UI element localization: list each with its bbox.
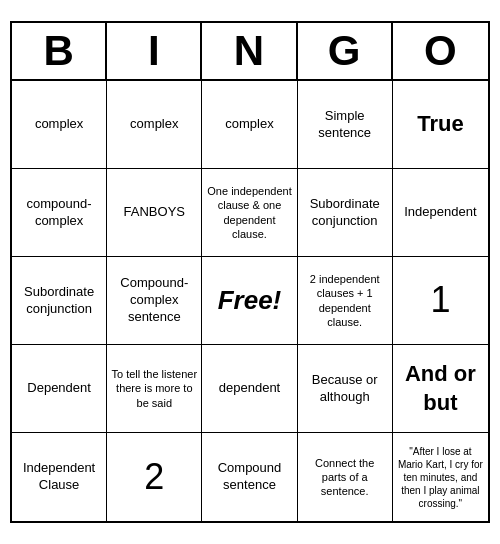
bingo-cell: complex xyxy=(107,81,202,169)
bingo-cell: 2 xyxy=(107,433,202,521)
bingo-cell: Because or although xyxy=(298,345,393,433)
header-letter: G xyxy=(298,23,393,79)
bingo-cell: dependent xyxy=(202,345,297,433)
bingo-cell: Subordinate conjunction xyxy=(12,257,107,345)
bingo-header: BINGO xyxy=(12,23,488,81)
bingo-cell: "After I lose at Mario Kart, I cry for t… xyxy=(393,433,488,521)
header-letter: B xyxy=(12,23,107,79)
bingo-cell: 2 independent clauses + 1 dependent clau… xyxy=(298,257,393,345)
bingo-grid: complexcomplexcomplexSimple sentenceTrue… xyxy=(12,81,488,521)
bingo-cell: FANBOYS xyxy=(107,169,202,257)
bingo-cell: Compound sentence xyxy=(202,433,297,521)
bingo-cell: True xyxy=(393,81,488,169)
bingo-cell: Compound-complex sentence xyxy=(107,257,202,345)
bingo-cell: Independent xyxy=(393,169,488,257)
header-letter: N xyxy=(202,23,297,79)
bingo-cell: Connect the parts of a sentence. xyxy=(298,433,393,521)
bingo-cell: compound-complex xyxy=(12,169,107,257)
bingo-cell: 1 xyxy=(393,257,488,345)
bingo-cell: Free! xyxy=(202,257,297,345)
bingo-cell: Simple sentence xyxy=(298,81,393,169)
bingo-cell: Subordinate conjunction xyxy=(298,169,393,257)
bingo-cell: One independent clause & one dependent c… xyxy=(202,169,297,257)
bingo-cell: To tell the listener there is more to be… xyxy=(107,345,202,433)
bingo-cell: complex xyxy=(12,81,107,169)
bingo-cell: Dependent xyxy=(12,345,107,433)
bingo-cell: complex xyxy=(202,81,297,169)
bingo-cell: And or but xyxy=(393,345,488,433)
header-letter: I xyxy=(107,23,202,79)
bingo-cell: Independent Clause xyxy=(12,433,107,521)
header-letter: O xyxy=(393,23,488,79)
bingo-card: BINGO complexcomplexcomplexSimple senten… xyxy=(10,21,490,523)
